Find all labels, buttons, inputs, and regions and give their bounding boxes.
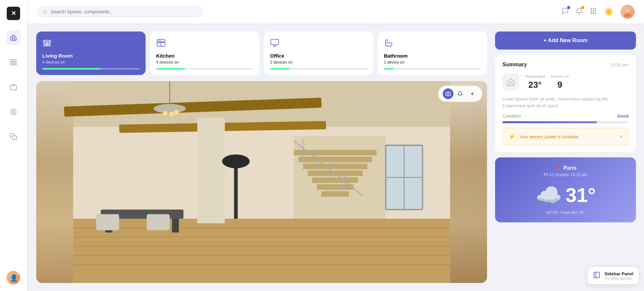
svg-point-5 <box>11 109 16 115</box>
svg-point-41 <box>174 110 179 115</box>
svg-rect-4 <box>10 85 16 90</box>
svg-point-40 <box>170 112 174 117</box>
logo[interactable]: ✕ <box>7 7 20 20</box>
devices-stat: Devices on 9 <box>551 74 569 90</box>
room-image <box>36 81 487 283</box>
room-card-office[interactable]: Office 2 devices on <box>264 31 373 75</box>
svg-rect-0 <box>11 60 13 62</box>
summary-time: 10:23 am <box>610 62 629 67</box>
apps-button[interactable] <box>590 7 597 16</box>
avatar-online-dot <box>17 271 20 274</box>
alert-close-button[interactable]: × <box>620 134 623 140</box>
right-panel: + Add New Room Summary 10:23 am Temperat… <box>495 31 636 283</box>
kitchen-devices: 5 devices on <box>156 60 254 65</box>
bathroom-progress-fill <box>384 68 394 70</box>
office-progress-bar <box>270 68 367 70</box>
sidebar: ✕ 👤 <box>0 0 27 291</box>
weather-card: 📍 Paris Fri 12 October 10:23 am ☁️ 31° 2… <box>495 157 636 222</box>
condition-label: Condition <box>502 114 521 119</box>
room-svg <box>36 81 487 283</box>
svg-point-73 <box>447 93 449 95</box>
weather-city: Paris <box>563 165 576 171</box>
sidebar-item-circle[interactable] <box>6 104 21 119</box>
room-card-bathroom[interactable]: Bathroom 1 device on <box>378 31 487 75</box>
svg-point-11 <box>593 8 594 9</box>
svg-point-15 <box>595 10 596 11</box>
sidebar-panel-subtitle: Try other layouts <box>604 276 633 280</box>
image-controls <box>438 86 482 102</box>
svg-rect-56 <box>321 191 349 197</box>
svg-rect-51 <box>299 157 372 162</box>
sidebar-panel-hint[interactable]: Sidebar Panel Try other layouts <box>588 267 639 284</box>
room-image-inner <box>36 81 487 283</box>
summary-description: Lorem ipsum dolor sit amet, consectetur … <box>502 96 629 109</box>
svg-rect-52 <box>303 164 367 169</box>
room-card-kitchen[interactable]: Kitchen 5 devices on <box>150 31 260 75</box>
bell-badge <box>581 6 584 9</box>
sidebar-item-briefcase[interactable] <box>6 80 21 94</box>
summary-header: Summary 10:23 am <box>502 62 629 68</box>
bathroom-name: Bathroom <box>384 53 481 59</box>
content-area: Living Room 4 devices on Kitchen 5 devic… <box>27 23 644 291</box>
svg-rect-1 <box>14 60 16 62</box>
search-icon <box>42 9 47 14</box>
svg-rect-48 <box>197 118 225 223</box>
svg-point-19 <box>625 8 630 13</box>
office-progress-fill <box>270 68 289 70</box>
search-bar[interactable] <box>36 6 204 18</box>
summary-stats: Temperature 23° Devices on 9 <box>502 74 629 90</box>
room-card-living-room[interactable]: Living Room 4 devices on <box>36 31 146 75</box>
bell-button[interactable] <box>576 7 583 16</box>
svg-rect-54 <box>312 177 358 183</box>
sidebar-avatar[interactable]: 👤 <box>7 271 20 284</box>
svg-rect-67 <box>96 214 119 230</box>
kitchen-name: Kitchen <box>156 53 254 59</box>
weather-date: Fri 12 October 10:23 am <box>502 172 629 177</box>
condition-bar <box>502 121 629 123</box>
temperature-label: Temperature <box>525 74 545 78</box>
weather-main: ☁️ 31° <box>502 183 629 208</box>
svg-rect-62 <box>234 164 238 219</box>
living-room-progress-bar <box>42 68 140 70</box>
summary-title: Summary <box>502 62 527 68</box>
svg-rect-42 <box>73 219 450 283</box>
sidebar-panel-text: Sidebar Panel Try other layouts <box>604 271 633 280</box>
home-icon <box>502 74 519 90</box>
svg-point-10 <box>591 8 592 9</box>
living-room-name: Living Room <box>42 53 140 59</box>
plus-image-button[interactable] <box>467 88 478 99</box>
kitchen-progress-fill <box>156 68 185 70</box>
summary-card: Summary 10:23 am Temperature 23° Devices… <box>495 55 636 152</box>
sidebar-item-copy[interactable] <box>6 129 21 144</box>
chat-button[interactable] <box>561 7 569 16</box>
add-room-button[interactable]: + Add New Room <box>495 31 636 50</box>
user-avatar[interactable] <box>621 5 635 19</box>
weather-location: 📍 Paris <box>502 165 629 171</box>
alert-icon: ⚡ <box>508 133 516 140</box>
svg-rect-76 <box>594 272 600 278</box>
svg-rect-2 <box>11 63 13 65</box>
search-input[interactable] <box>51 9 198 14</box>
condition-fill <box>502 121 597 123</box>
svg-rect-7 <box>12 136 16 140</box>
weather-temperature: 31° <box>566 185 596 205</box>
alert-box: ⚡ Your electric power is unstable × <box>502 128 629 145</box>
svg-point-63 <box>222 154 250 168</box>
svg-point-6 <box>12 111 14 113</box>
weather-cloud-icon: ☁️ <box>535 183 562 208</box>
bathroom-devices: 1 device on <box>384 60 481 65</box>
alert-text: Your electric power is unstable <box>520 134 616 139</box>
bathroom-icon <box>384 38 481 50</box>
svg-point-18 <box>595 13 596 14</box>
devices-label: Devices on <box>551 74 569 78</box>
sidebar-item-home[interactable] <box>6 30 21 45</box>
weather-icon-header: ☀️ <box>604 7 614 16</box>
living-room-devices: 4 devices on <box>42 60 140 65</box>
location-pin-icon: 📍 <box>554 165 561 171</box>
header-icons: ☀️ <box>561 5 635 19</box>
living-room-icon <box>42 38 140 50</box>
camera-button[interactable] <box>443 88 453 99</box>
sidebar-item-grid[interactable] <box>6 55 21 70</box>
bell-image-button[interactable] <box>455 88 466 99</box>
svg-rect-22 <box>48 43 49 45</box>
